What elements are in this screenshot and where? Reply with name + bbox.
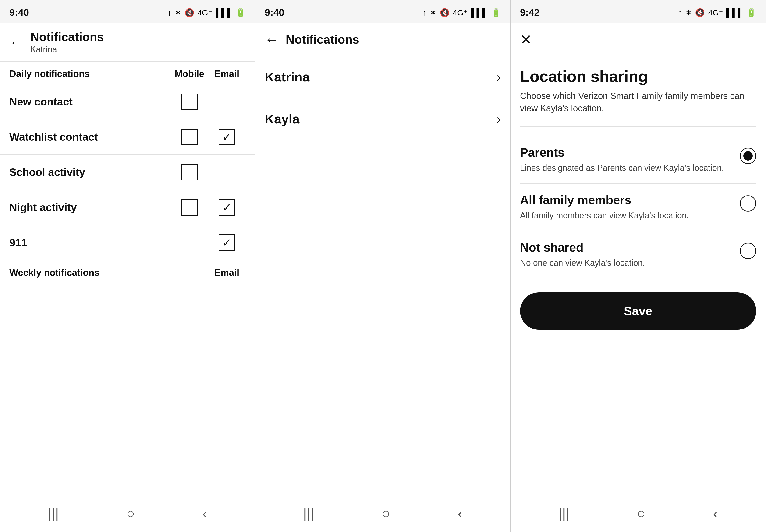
col-email-label: Email (208, 69, 246, 79)
panel-location-sharing: 9:42 ↑ ✶ 🔇 4G⁺ ▌▌▌ 🔋 ✕ Location sharing … (511, 0, 766, 532)
app-header-2: ← Notifications (255, 23, 510, 56)
option-text-not-shared: Not shared No one can view Kayla's locat… (520, 240, 733, 269)
option-text-parents: Parents Lines designated as Parents can … (520, 145, 733, 174)
school-mobile-cell (171, 164, 208, 180)
network-icon: 4G⁺ (198, 8, 212, 17)
divider (520, 126, 756, 127)
page-subtitle-1: Katrina (30, 45, 104, 54)
nav-back-icon-2[interactable]: ‹ (458, 505, 462, 521)
watchlist-email-cell (208, 129, 246, 145)
nav-menu-icon-3[interactable]: ||| (558, 505, 569, 521)
sharing-option-parents[interactable]: Parents Lines designated as Parents can … (520, 136, 756, 183)
new-contact-mobile-cell (171, 94, 208, 110)
status-time-1: 9:40 (9, 7, 29, 18)
option-desc-family: All family members can view Kayla's loca… (520, 210, 733, 221)
option-title-family: All family members (520, 193, 733, 207)
battery-icon-2: 🔋 (491, 8, 501, 17)
status-bar-2: 9:40 ↑ ✶ 🔇 4G⁺ ▌▌▌ 🔋 (255, 0, 510, 23)
contact-name-kayla: Kayla (265, 111, 496, 126)
status-left-icons-2: ↑ ✶ 🔇 4G⁺ ▌▌▌ 🔋 (423, 8, 501, 17)
location-title: Location sharing (520, 68, 756, 85)
chevron-right-icon-2: › (496, 111, 501, 126)
back-button-1[interactable]: ← (9, 35, 23, 49)
mute-icon: 🔇 (184, 8, 194, 17)
nav-menu-icon[interactable]: ||| (48, 505, 59, 521)
watchlist-email-checkbox[interactable] (219, 129, 235, 145)
mute-icon-2: 🔇 (440, 8, 450, 17)
status-left-icons-1: ↑ ✶ 🔇 4G⁺ ▌▌▌ 🔋 (167, 8, 246, 17)
sharing-option-not-shared[interactable]: Not shared No one can view Kayla's locat… (520, 231, 756, 278)
col-mobile-label: Mobile (171, 69, 208, 79)
nav-home-icon-3[interactable]: ○ (637, 505, 646, 521)
chevron-right-icon: › (496, 69, 501, 84)
save-btn-container: Save (520, 278, 756, 339)
radio-family[interactable] (740, 195, 756, 212)
table-row: 911 (0, 225, 255, 260)
school-mobile-checkbox[interactable] (181, 164, 198, 180)
nav-menu-icon-2[interactable]: ||| (303, 505, 314, 521)
signal-bars-icon-3: ▌▌▌ (726, 8, 743, 17)
status-bar-1: 9:40 ↑ ✶ 🔇 4G⁺ ▌▌▌ 🔋 (0, 0, 255, 23)
weekly-email-label: Email (208, 267, 246, 278)
911-email-cell (208, 235, 246, 251)
app-header-1: ← Notifications Katrina (0, 23, 255, 62)
status-time-3: 9:42 (520, 7, 540, 18)
list-item[interactable]: Kayla › (255, 98, 510, 140)
status-bar-3: 9:42 ↑ ✶ 🔇 4G⁺ ▌▌▌ 🔋 (511, 0, 766, 23)
bt-icon-2: ✶ (430, 8, 436, 17)
page-title-1: Notifications (30, 30, 104, 44)
weekly-header-row: Weekly notifications Email (0, 260, 255, 283)
table-row: Watchlist contact (0, 119, 255, 155)
signal-bars-icon: ▌▌▌ (216, 8, 232, 17)
mute-icon-3: 🔇 (695, 8, 705, 17)
bottom-nav-3: ||| ○ ‹ (511, 495, 766, 532)
save-button[interactable]: Save (520, 292, 756, 330)
location-body: Location sharing Choose which Verizon Sm… (511, 56, 766, 495)
radio-not-shared[interactable] (740, 243, 756, 259)
bt-icon-3: ✶ (685, 8, 692, 17)
night-mobile-checkbox[interactable] (181, 199, 198, 216)
bt-icon: ✶ (175, 8, 181, 17)
status-left-icons-3: ↑ ✶ 🔇 4G⁺ ▌▌▌ 🔋 (678, 8, 756, 17)
nav-back-icon-3[interactable]: ‹ (713, 505, 718, 521)
bottom-nav-1: ||| ○ ‹ (0, 495, 255, 532)
close-button[interactable]: ✕ (520, 33, 532, 47)
table-row: School activity (0, 155, 255, 190)
watchlist-mobile-checkbox[interactable] (181, 129, 198, 145)
network-icon-2: 4G⁺ (453, 8, 467, 17)
nav-home-icon-2[interactable]: ○ (382, 505, 390, 521)
nav-home-icon[interactable]: ○ (126, 505, 135, 521)
radio-parents[interactable] (740, 148, 756, 164)
option-text-family: All family members All family members ca… (520, 193, 733, 221)
table-row: New contact (0, 84, 255, 119)
app-header-3: ✕ (511, 23, 766, 56)
notif-label-911: 911 (9, 236, 171, 249)
header-text-2: Notifications (286, 33, 359, 46)
notif-label-school: School activity (9, 166, 171, 179)
night-mobile-cell (171, 199, 208, 216)
night-email-checkbox[interactable] (219, 199, 235, 216)
911-email-checkbox[interactable] (219, 235, 235, 251)
list-item[interactable]: Katrina › (255, 56, 510, 98)
table-header-row: Daily notifications Mobile Email (0, 62, 255, 84)
header-text-1: Notifications Katrina (30, 30, 104, 54)
notif-label-night: Night activity (9, 201, 171, 214)
status-time-2: 9:40 (265, 7, 284, 18)
contact-name-katrina: Katrina (265, 69, 496, 84)
back-button-2[interactable]: ← (265, 33, 279, 47)
location-subtitle: Choose which Verizon Smart Family family… (520, 90, 756, 115)
col-daily-label: Daily notifications (9, 69, 171, 79)
battery-icon: 🔋 (236, 8, 246, 17)
table-row: Night activity (0, 190, 255, 225)
contact-list: Katrina › Kayla › (255, 56, 510, 495)
signal-icon-2: ↑ (423, 8, 427, 17)
weekly-label: Weekly notifications (9, 267, 208, 278)
sharing-option-family[interactable]: All family members All family members ca… (520, 184, 756, 231)
new-contact-mobile-checkbox[interactable] (181, 94, 198, 110)
option-desc-parents: Lines designated as Parents can view Kay… (520, 162, 733, 174)
option-title-parents: Parents (520, 145, 733, 159)
option-title-not-shared: Not shared (520, 240, 733, 254)
watchlist-mobile-cell (171, 129, 208, 145)
page-title-2: Notifications (286, 33, 359, 46)
nav-back-icon[interactable]: ‹ (203, 505, 207, 521)
